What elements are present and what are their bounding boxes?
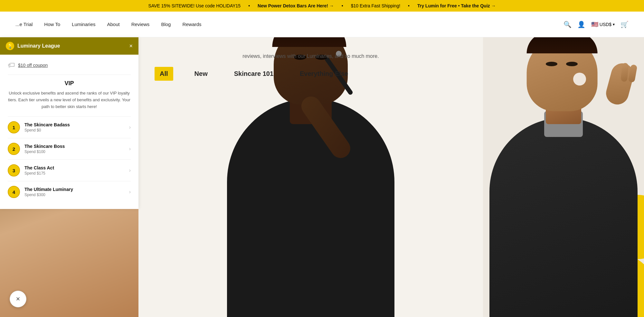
tier-1-name: The Skincare Badass xyxy=(24,122,70,127)
nav-actions: 🔍 👤 🇺🇸 USD$ ▾ 🛒 xyxy=(564,21,629,28)
tier-2-left: 2 The Skincare Boss Spend $100 xyxy=(8,143,65,155)
vip-popup-header: 💡 Luminary League × xyxy=(0,37,138,55)
close-x-icon: × xyxy=(16,295,20,303)
tag-icon: 🏷 xyxy=(8,61,15,69)
hero-center-image: reviews, interviews with our Luminaries,… xyxy=(138,37,483,317)
tier-4-chevron-icon: › xyxy=(129,189,131,195)
tier-4-info: The Ultimate Luminary Spend $300 xyxy=(24,187,73,197)
nav-reviews[interactable]: Reviews xyxy=(131,22,150,27)
tier-3-badge: 3 xyxy=(8,164,20,177)
nav-trial[interactable]: ...e Trial xyxy=(15,22,33,27)
coupon-link[interactable]: $10 off coupon xyxy=(18,63,48,68)
tier-3-info: The Class Act Spend $175 xyxy=(24,165,54,176)
cart-icon[interactable]: 🛒 xyxy=(620,21,629,28)
filter-tab-skincare101[interactable]: Skincare 101 xyxy=(229,67,279,81)
nav-how-to[interactable]: How To xyxy=(44,22,60,27)
vip-close-button[interactable]: × xyxy=(129,43,133,50)
tier-1-spend: Spend $0 xyxy=(24,128,70,132)
coupon-row: 🏷 $10 off coupon xyxy=(8,61,131,75)
announcement-item-4[interactable]: Try Lumin for Free • Take the Quiz → xyxy=(417,3,496,8)
tier-4-left: 4 The Ultimate Luminary Spend $300 xyxy=(8,186,73,198)
bulb-icon: 💡 xyxy=(6,42,14,50)
tier-4-name: The Ultimate Luminary xyxy=(24,187,73,192)
tier-1-badge: 1 xyxy=(8,121,20,133)
filter-bar: All New Skincare 101 Everything Else xyxy=(155,67,467,81)
tier-3-name: The Class Act xyxy=(24,165,54,170)
nav-rewards[interactable]: Rewards xyxy=(182,22,201,27)
tier-1-left: 1 The Skincare Badass Spend $0 xyxy=(8,121,70,133)
vip-tier-1[interactable]: 1 The Skincare Badass Spend $0 › xyxy=(8,116,131,138)
vip-header-left: 💡 Luminary League xyxy=(6,42,60,50)
announcement-item-1: SAVE 15% SITEWIDE! Use code HOLIDAY15 xyxy=(148,3,241,8)
vip-tier-3[interactable]: 3 The Class Act Spend $175 › xyxy=(8,159,131,181)
nav-about[interactable]: About xyxy=(107,22,119,27)
tier-2-spend: Spend $100 xyxy=(24,149,65,154)
vip-tier-2[interactable]: 2 The Skincare Boss Spend $100 › xyxy=(8,138,131,159)
hero-right-image xyxy=(483,37,644,317)
dot-3: • xyxy=(408,3,410,8)
tier-1-info: The Skincare Badass Spend $0 xyxy=(24,122,70,132)
chevron-down-icon: ▾ xyxy=(613,22,615,27)
tier-2-chevron-icon: › xyxy=(129,146,131,152)
vip-section-title: VIP xyxy=(8,80,131,87)
user-icon[interactable]: 👤 xyxy=(577,21,585,28)
vip-popup-body: 🏷 $10 off coupon VIP Unlock exclusive be… xyxy=(0,55,138,209)
tier-2-name: The Skincare Boss xyxy=(24,144,65,149)
nav-links: ...e Trial How To Luminaries About Revie… xyxy=(15,22,202,27)
vip-section-desc: Unlock exclusive benefits and ascend the… xyxy=(8,90,131,110)
flag-icon: 🇺🇸 xyxy=(591,21,598,28)
tier-2-info: The Skincare Boss Spend $100 xyxy=(24,144,65,154)
nav-luminaries[interactable]: Luminaries xyxy=(72,22,95,27)
hero-subtitle: reviews, interviews with our Luminaries,… xyxy=(155,47,467,59)
tier-2-badge: 2 xyxy=(8,143,20,155)
filter-tab-everything-else[interactable]: Everything Else xyxy=(295,67,353,81)
currency-selector[interactable]: 🇺🇸 USD$ ▾ xyxy=(591,21,615,28)
tier-1-chevron-icon: › xyxy=(129,124,131,130)
dot-1: • xyxy=(248,3,250,8)
filter-tab-new[interactable]: New xyxy=(189,67,213,81)
nav-blog[interactable]: Blog xyxy=(161,22,171,27)
filter-tab-all[interactable]: All xyxy=(155,67,173,81)
close-overlay-button[interactable]: × xyxy=(10,291,26,307)
tier-3-spend: Spend $175 xyxy=(24,171,54,176)
vip-overlay: 💡 Luminary League × 🏷 $10 off coupon VIP… xyxy=(0,37,138,209)
vip-tier-4[interactable]: 4 The Ultimate Luminary Spend $300 › xyxy=(8,181,131,203)
search-icon[interactable]: 🔍 xyxy=(564,21,572,28)
announcement-item-2[interactable]: New Power Detox Bars Are Here! → xyxy=(258,3,334,8)
tier-4-spend: Spend $300 xyxy=(24,193,73,197)
currency-label: USD$ xyxy=(600,22,611,27)
tier-3-chevron-icon: › xyxy=(129,168,131,173)
announcement-item-3: $10 Extra Fast Shipping! xyxy=(351,3,400,8)
navbar: ...e Trial How To Luminaries About Revie… xyxy=(0,12,644,37)
announcement-bar: SAVE 15% SITEWIDE! Use code HOLIDAY15 • … xyxy=(0,0,644,12)
dot-2: • xyxy=(342,3,343,8)
vip-popup-title: Luminary League xyxy=(17,43,60,49)
tier-4-badge: 4 xyxy=(8,186,20,198)
tier-3-left: 3 The Class Act Spend $175 xyxy=(8,164,54,177)
